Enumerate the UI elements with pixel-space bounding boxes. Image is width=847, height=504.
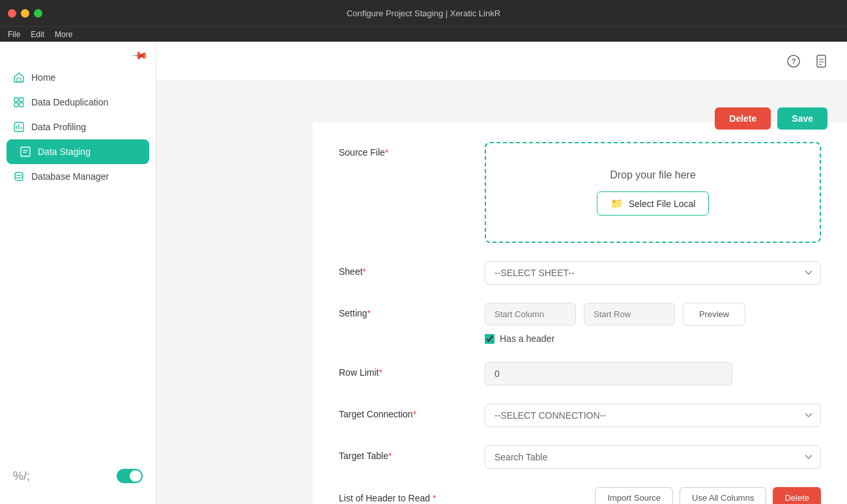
svg-rect-10 [20, 103, 23, 107]
list-header-section: List of Header to Read * Import Source U… [339, 487, 821, 504]
menu-edit[interactable]: Edit [31, 30, 44, 39]
dropzone[interactable]: Drop your file here 📁 Select File Local [485, 142, 821, 243]
traffic-lights [8, 9, 42, 18]
sidebar: 📌 Home Data Deduplication Data Profiling [0, 42, 156, 504]
db-icon [13, 171, 25, 182]
menu-file[interactable]: File [8, 30, 20, 39]
sidebar-item-home[interactable]: Home [0, 65, 156, 90]
row-limit-input[interactable] [485, 362, 732, 385]
setting-row: Setting* Preview Has a header [339, 303, 821, 344]
source-file-row: Source File* Drop your file here 📁 Selec… [339, 142, 821, 243]
import-source-button[interactable]: Import Source [595, 487, 673, 504]
sidebar-item-dedup[interactable]: Data Deduplication [0, 90, 156, 115]
setting-label: Setting* [339, 303, 469, 318]
svg-rect-8 [20, 98, 23, 102]
pin-icon[interactable]: 📌 [131, 47, 149, 65]
sidebar-item-staging[interactable]: Data Staging [7, 139, 149, 164]
save-button[interactable]: Save [777, 107, 827, 130]
source-file-label: Source File* [339, 142, 469, 158]
maximize-button[interactable] [34, 9, 42, 18]
window-title: Configure Project Staging | Xeratic Link… [347, 8, 500, 18]
list-header-actions: Import Source Use All Columns Delete [595, 487, 821, 504]
svg-rect-9 [14, 103, 18, 107]
target-connection-control: --SELECT CONNECTION-- [485, 404, 821, 427]
folder-icon: 📁 [610, 197, 624, 210]
document-icon[interactable] [813, 52, 831, 70]
action-buttons: Delete Save [715, 107, 827, 130]
staging-icon [20, 146, 31, 158]
app-body: LINKR EDU ? 📌 [0, 42, 847, 504]
target-connection-row: Target Connection* --SELECT CONNECTION-- [339, 404, 821, 427]
home-label: Home [31, 72, 55, 83]
target-table-row: Target Table* Search Table [339, 445, 821, 469]
svg-rect-15 [21, 147, 30, 156]
start-row-input[interactable] [584, 303, 675, 326]
setting-inputs: Preview [485, 303, 821, 326]
sheet-select[interactable]: --SELECT SHEET-- [485, 261, 821, 285]
has-header-checkbox[interactable] [485, 334, 495, 344]
has-header-label: Has a header [500, 333, 554, 344]
svg-rect-7 [14, 98, 18, 102]
svg-text:?: ? [792, 57, 796, 65]
delete-button[interactable]: Delete [715, 107, 771, 130]
target-table-control: Search Table [485, 445, 821, 469]
menubar: File Edit More [0, 26, 847, 42]
main-content: Source File* Drop your file here 📁 Selec… [313, 122, 847, 504]
sidebar-item-profiling[interactable]: Data Profiling [0, 115, 156, 139]
minimize-button[interactable] [21, 9, 29, 18]
select-file-button[interactable]: 📁 Select File Local [597, 191, 710, 216]
home-icon [13, 72, 25, 83]
dedup-label: Data Deduplication [31, 97, 108, 107]
titlebar: Configure Project Staging | Xeratic Link… [0, 0, 847, 26]
target-connection-select[interactable]: --SELECT CONNECTION-- [485, 404, 821, 427]
target-connection-label: Target Connection* [339, 404, 469, 419]
target-table-label: Target Table* [339, 445, 469, 461]
row-limit-label: Row Limit* [339, 362, 469, 378]
dropzone-text: Drop your file here [499, 169, 807, 181]
sidebar-item-dbmanager[interactable]: Database Manager [0, 164, 156, 189]
delete-list-button[interactable]: Delete [773, 487, 821, 504]
dedup-icon [13, 96, 25, 108]
staging-label: Data Staging [38, 147, 91, 157]
sheet-control: --SELECT SHEET-- [485, 261, 821, 285]
row-limit-row: Row Limit* [339, 362, 821, 385]
list-header-label: List of Header to Read * [339, 493, 436, 503]
list-header-row: List of Header to Read * Import Source U… [339, 487, 821, 504]
sheet-label: Sheet* [339, 261, 469, 277]
toggle-knob [130, 470, 141, 482]
close-button[interactable] [8, 9, 16, 18]
svg-rect-2 [817, 55, 825, 67]
profiling-label: Data Profiling [31, 122, 86, 132]
svg-rect-6 [17, 78, 21, 82]
sidebar-bottom: %/; [0, 458, 156, 494]
theme-toggle[interactable] [117, 469, 143, 483]
row-limit-control [485, 362, 821, 385]
preview-button[interactable]: Preview [683, 303, 745, 326]
menu-more[interactable]: More [55, 30, 72, 39]
setting-control: Preview Has a header [485, 303, 821, 344]
help-icon[interactable]: ? [784, 52, 803, 70]
code-icon: %/; [13, 469, 30, 483]
has-header-row: Has a header [485, 333, 821, 344]
db-label: Database Manager [31, 171, 109, 182]
svg-point-18 [15, 173, 23, 176]
start-column-input[interactable] [485, 303, 576, 326]
app-header: ? [156, 42, 847, 81]
sheet-row: Sheet* --SELECT SHEET-- [339, 261, 821, 285]
source-file-control: Drop your file here 📁 Select File Local [485, 142, 821, 243]
header-icons: ? [784, 52, 831, 70]
target-table-select[interactable]: Search Table [485, 445, 821, 469]
use-all-columns-button[interactable]: Use All Columns [680, 487, 766, 504]
profiling-icon [13, 121, 25, 133]
